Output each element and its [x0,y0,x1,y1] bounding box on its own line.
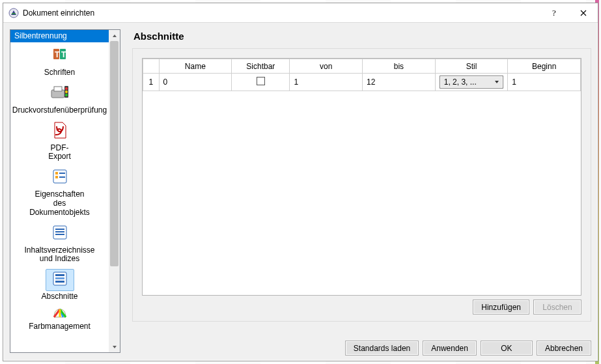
category-item-toc-indices[interactable]: Inhaltsverzeichnisse und Indizes [10,220,109,267]
svg-text:T: T [61,50,66,59]
corner-cell [143,59,160,74]
cell-to[interactable]: 12 [363,74,436,91]
cell-begin[interactable]: 1 [508,74,581,91]
svg-rect-14 [55,176,58,178]
col-style[interactable]: Stil [435,59,508,74]
sections-table[interactable]: Name Sichtbar von bis Stil Beginn 1 [142,58,581,296]
cell-name[interactable]: 0 [159,74,232,91]
cell-from[interactable]: 1 [290,74,363,91]
window-title: Dokument einrichten [23,8,94,18]
category-item-color-management[interactable]: Farbmanagement [10,304,109,333]
pdf-icon [50,120,70,143]
help-button[interactable]: ? [539,3,568,22]
svg-rect-24 [55,281,64,283]
style-value: 1, 2, 3, ... [444,77,477,87]
category-item-sections[interactable]: Abschnitte [10,266,109,304]
svg-point-10 [65,91,68,93]
col-to[interactable]: bis [363,59,436,74]
svg-point-11 [65,94,68,96]
chevron-down-icon [492,77,501,87]
col-name[interactable]: Name [159,59,232,74]
svg-rect-23 [55,277,64,279]
table-header-row: Name Sichtbar von bis Stil Beginn [143,59,581,74]
category-item-label: Schriften [12,68,107,77]
category-item-label: Inhaltsverzeichnisse und Indizes [12,246,107,264]
svg-text:T: T [55,50,60,59]
col-begin[interactable]: Beginn [508,59,581,74]
cell-style[interactable]: 1, 2, 3, ... [435,74,508,91]
panel-title: Abschnitte [133,31,591,42]
table-row[interactable]: 1 0 1 12 1, 2, 3, ... [143,74,581,91]
scroll-down-button[interactable] [109,341,120,352]
cancel-button[interactable]: Abbrechen [537,341,591,356]
svg-rect-18 [55,229,64,230]
category-heading: Silbentrennung [10,30,109,42]
titlebar[interactable]: Dokument einrichten ? [3,3,598,23]
add-section-button[interactable]: Hinzufügen [473,300,529,315]
svg-rect-20 [55,234,64,235]
category-item-label: Abschnitte [12,292,107,301]
category-scrollbar[interactable] [109,30,120,352]
printer-traffic-light-icon [49,83,71,104]
scroll-up-button[interactable] [109,30,120,41]
color-management-icon [51,305,68,322]
delete-section-button[interactable]: Löschen [533,300,581,315]
svg-rect-15 [59,173,65,174]
style-combobox[interactable]: 1, 2, 3, ... [440,76,504,89]
svg-rect-22 [55,274,64,276]
svg-rect-7 [54,87,62,91]
category-item-pdf-export[interactable]: PDF- Export [10,118,109,165]
visible-checkbox[interactable] [257,77,265,85]
sections-groupbox: Name Sichtbar von bis Stil Beginn 1 [132,48,591,322]
scroll-thumb[interactable] [110,41,119,266]
category-item-doc-properties[interactable]: Eigenschaften des Dokumentobjekts [10,164,109,219]
category-item-label: Farbmanagement [12,322,107,331]
toc-icon [50,224,70,244]
row-index-cell: 1 [143,74,160,91]
category-item-label: PDF- Export [12,144,107,162]
col-from[interactable]: von [290,59,363,74]
document-setup-dialog: Dokument einrichten ? Silbentrennung T [3,3,598,361]
svg-rect-13 [55,172,58,175]
svg-text:?: ? [552,8,556,18]
close-button[interactable] [568,3,598,22]
category-item-label: Druckvorstufenüberprüfung [12,106,107,115]
app-icon [8,8,19,18]
category-item-preflight[interactable]: Druckvorstufenüberprüfung [10,80,109,118]
svg-point-9 [65,87,68,90]
category-listbox[interactable]: Silbentrennung T T Schriften [10,29,120,353]
ok-button[interactable]: OK [481,341,533,356]
scroll-track[interactable] [109,41,120,341]
category-item-label: Eigenschaften des Dokumentobjekts [12,190,107,217]
properties-icon [50,167,70,188]
sections-icon [50,270,70,290]
category-item-fonts[interactable]: T T Schriften [10,42,109,80]
svg-rect-19 [55,231,64,232]
col-visible[interactable]: Sichtbar [232,59,290,74]
cell-visible[interactable] [232,74,290,91]
fonts-icon: T T [49,46,70,66]
svg-rect-16 [59,176,65,178]
load-defaults-button[interactable]: Standards laden [345,341,419,356]
apply-button[interactable]: Anwenden [423,341,477,356]
